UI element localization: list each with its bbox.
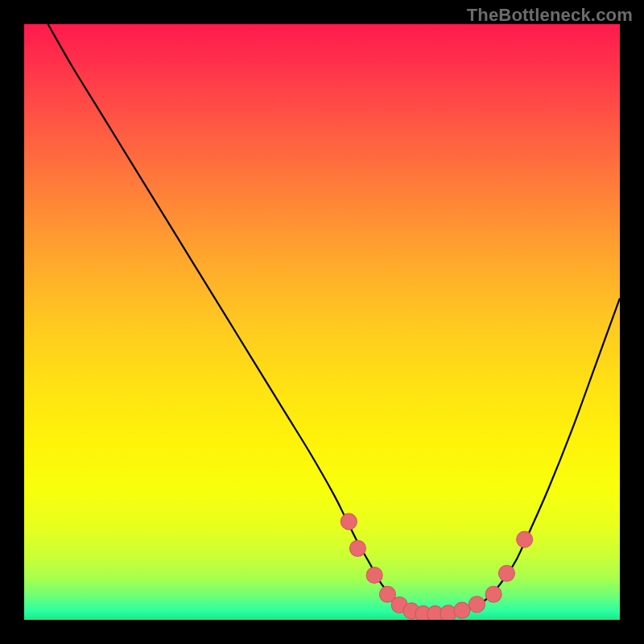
curve-marker (366, 568, 382, 584)
curve-marker (469, 597, 485, 613)
curve-marker (341, 514, 357, 530)
curve-marker (349, 540, 365, 556)
plot-area (24, 24, 620, 620)
curve-marker (498, 565, 514, 581)
curve-marker (517, 531, 533, 547)
curve-marker (485, 586, 502, 602)
curve-marker (454, 602, 470, 618)
curve-markers (341, 514, 532, 620)
curve-svg (24, 24, 620, 620)
chart-stage: TheBottleneck.com (0, 0, 644, 644)
watermark-text: TheBottleneck.com (467, 5, 633, 26)
bottleneck-curve (48, 24, 620, 614)
